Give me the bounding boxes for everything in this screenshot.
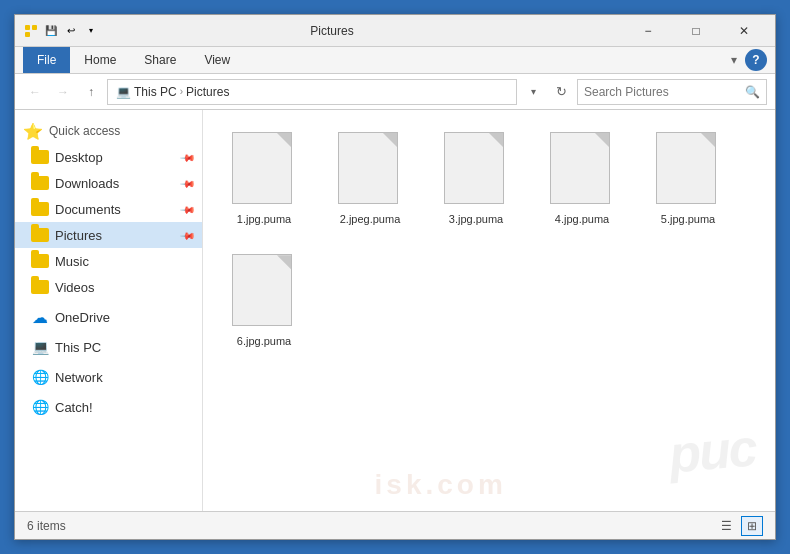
file-icon (338, 132, 402, 208)
sidebar-item-onedrive[interactable]: ☁ OneDrive (15, 304, 202, 330)
thispc-section: 💻 This PC (15, 334, 202, 360)
search-box[interactable]: 🔍 (577, 79, 767, 105)
file-corner (383, 133, 397, 147)
sidebar-item-network[interactable]: 🌐 Network (15, 364, 202, 390)
quick-access-header[interactable]: ⭐ Quick access (15, 118, 202, 144)
file-item[interactable]: 1.jpg.puma (219, 126, 309, 232)
file-corner (277, 255, 291, 269)
catch-section: 🌐 Catch! (15, 394, 202, 420)
forward-button[interactable]: → (51, 80, 75, 104)
ribbon-tabs: File Home Share View ▾ ? (15, 47, 775, 73)
quick-access-section: ⭐ Quick access Desktop 📌 Downloads 📌 Doc… (15, 118, 202, 300)
pin-icon: 📌 (180, 175, 196, 191)
file-item[interactable]: 3.jpg.puma (431, 126, 521, 232)
up-button[interactable]: ↑ (79, 80, 103, 104)
address-path[interactable]: 💻 This PC › Pictures (107, 79, 517, 105)
file-page (550, 132, 610, 204)
file-name: 2.jpeg.puma (340, 212, 401, 226)
file-page (232, 132, 292, 204)
folder-icon (31, 148, 49, 166)
svg-rect-0 (25, 25, 30, 30)
close-button[interactable]: ✕ (721, 17, 767, 45)
file-icon (444, 132, 508, 208)
tab-view[interactable]: View (190, 47, 244, 73)
file-page (338, 132, 398, 204)
help-button[interactable]: ? (745, 49, 767, 71)
tab-home[interactable]: Home (70, 47, 130, 73)
file-page (656, 132, 716, 204)
sidebar: ⭐ Quick access Desktop 📌 Downloads 📌 Doc… (15, 110, 203, 511)
file-item[interactable]: 2.jpeg.puma (325, 126, 415, 232)
file-page (444, 132, 504, 204)
tab-file[interactable]: File (23, 47, 70, 73)
file-item[interactable]: 6.jpg.puma (219, 248, 309, 354)
folder-icon (31, 278, 49, 296)
onedrive-section: ☁ OneDrive (15, 304, 202, 330)
folder-icon (31, 174, 49, 192)
file-icon (232, 254, 296, 330)
sidebar-item-music[interactable]: Music (15, 248, 202, 274)
file-corner (595, 133, 609, 147)
ribbon-expand-icon[interactable]: ▾ (731, 53, 737, 67)
sidebar-item-catch[interactable]: 🌐 Catch! (15, 394, 202, 420)
file-item[interactable]: 4.jpg.puma (537, 126, 627, 232)
path-thispc: 💻 This PC (116, 85, 177, 99)
file-corner (489, 133, 503, 147)
minimize-button[interactable]: − (625, 17, 671, 45)
folder-icon (31, 226, 49, 244)
sidebar-item-downloads[interactable]: Downloads 📌 (15, 170, 202, 196)
sidebar-item-desktop[interactable]: Desktop 📌 (15, 144, 202, 170)
sidebar-item-thispc[interactable]: 💻 This PC (15, 334, 202, 360)
file-grid: 1.jpg.puma 2.jpeg.puma (219, 126, 759, 355)
folder-icon (31, 200, 49, 218)
file-name: 1.jpg.puma (237, 212, 291, 226)
file-name: 5.jpg.puma (661, 212, 715, 226)
list-view-button[interactable]: ☰ (715, 516, 737, 536)
view-controls: ☰ ⊞ (715, 516, 763, 536)
title-bar: 💾 ↩ ▾ Pictures − □ ✕ (15, 15, 775, 47)
search-icon: 🔍 (745, 85, 760, 99)
file-icon (550, 132, 614, 208)
quick-access-toolbar (23, 23, 39, 39)
file-icon (232, 132, 296, 208)
path-separator: › (180, 86, 183, 97)
svg-rect-1 (32, 25, 37, 30)
pin-icon: 📌 (180, 149, 196, 165)
file-corner (277, 133, 291, 147)
title-bar-controls: − □ ✕ (625, 17, 767, 45)
window-title: Pictures (39, 24, 625, 38)
pin-icon: 📌 (180, 227, 196, 243)
refresh-button[interactable]: ↻ (549, 80, 573, 104)
svg-rect-2 (25, 32, 30, 37)
thispc-icon: 💻 (31, 338, 49, 356)
dropdown-button[interactable]: ▾ (521, 80, 545, 104)
sidebar-item-documents[interactable]: Documents 📌 (15, 196, 202, 222)
maximize-button[interactable]: □ (673, 17, 719, 45)
sidebar-item-pictures[interactable]: Pictures 📌 (15, 222, 202, 248)
file-icon (656, 132, 720, 208)
icon-view-button[interactable]: ⊞ (741, 516, 763, 536)
onedrive-icon: ☁ (31, 308, 49, 326)
path-current: Pictures (186, 85, 229, 99)
watermark: риc (666, 417, 757, 484)
file-area: риc isk.com 1.jpg.puma (203, 110, 775, 511)
watermark2: isk.com (375, 469, 507, 501)
search-input[interactable] (584, 85, 745, 99)
file-name: 4.jpg.puma (555, 212, 609, 226)
star-icon: ⭐ (23, 122, 43, 141)
pin-icon: 📌 (180, 201, 196, 217)
catch-icon: 🌐 (31, 398, 49, 416)
file-corner (701, 133, 715, 147)
tab-share[interactable]: Share (130, 47, 190, 73)
main-content: ⭐ Quick access Desktop 📌 Downloads 📌 Doc… (15, 110, 775, 511)
sidebar-item-videos[interactable]: Videos (15, 274, 202, 300)
folder-icon (31, 252, 49, 270)
address-bar: ← → ↑ 💻 This PC › Pictures ▾ ↻ 🔍 (15, 74, 775, 110)
file-name: 6.jpg.puma (237, 334, 291, 348)
explorer-window: 💾 ↩ ▾ Pictures − □ ✕ File Home Share Vie… (14, 14, 776, 540)
file-item[interactable]: 5.jpg.puma (643, 126, 733, 232)
back-button[interactable]: ← (23, 80, 47, 104)
item-count: 6 items (27, 519, 66, 533)
file-page (232, 254, 292, 326)
status-bar: 6 items ☰ ⊞ (15, 511, 775, 539)
